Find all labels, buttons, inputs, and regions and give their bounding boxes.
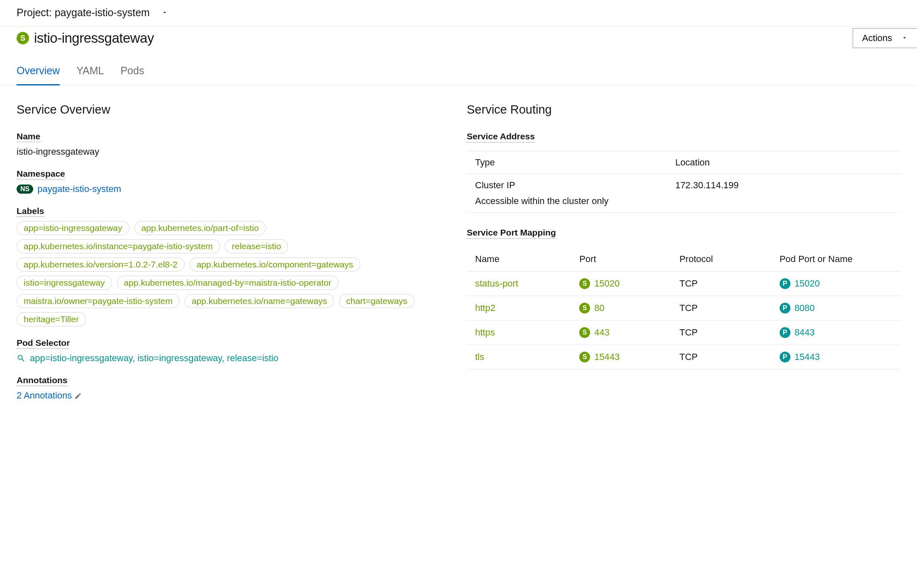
port-col-protocol: Protocol (679, 254, 779, 265)
port-col-name: Name (475, 254, 579, 265)
project-label: Project: paygate-istio-system (17, 7, 150, 19)
page-title: istio-ingressgateway (34, 30, 154, 46)
tab-overview[interactable]: Overview (17, 60, 60, 85)
port-name-link[interactable]: tls (475, 352, 579, 362)
label-chip[interactable]: chart=gateways (339, 294, 415, 308)
field-annotations: Annotations 2 Annotations (17, 375, 450, 401)
field-name: Name istio-ingressgateway (17, 131, 450, 157)
service-address-label: Service Address (467, 131, 535, 143)
annotations-link[interactable]: 2 Annotations (17, 390, 72, 401)
label-chip[interactable]: app.kubernetes.io/instance=paygate-istio… (17, 239, 220, 253)
address-note: Accessible within the cluster only (475, 196, 892, 207)
namespace-link[interactable]: paygate-istio-system (37, 184, 121, 194)
label-chip[interactable]: app.kubernetes.io/managed-by=maistra-ist… (117, 276, 339, 290)
label-chip[interactable]: istio=ingressgateway (17, 276, 112, 290)
port-row: status-portS15020TCPP15020 (467, 272, 900, 296)
label-chip[interactable]: app.kubernetes.io/version=1.0.2-7.el8-2 (17, 258, 185, 272)
label-chip[interactable]: heritage=Tiller (17, 312, 86, 326)
port-protocol: TCP (679, 278, 779, 289)
actions-label: Actions (862, 33, 892, 44)
service-address-section: Service Address Type Location Cluster IP… (467, 131, 900, 213)
service-port-icon: S (579, 303, 590, 313)
pod-port-value: P8080 (780, 303, 892, 313)
port-protocol: TCP (679, 303, 779, 313)
annotations-label: Annotations (17, 375, 67, 386)
pod-port-value: P15443 (780, 352, 892, 362)
routing-heading: Service Routing (467, 103, 900, 117)
port-row: http2S80TCPP8080 (467, 296, 900, 321)
service-badge-icon: S (17, 32, 29, 44)
label-chip[interactable]: app.kubernetes.io/part-of=istio (134, 221, 266, 235)
chevron-down-icon (161, 8, 168, 18)
field-namespace: Namespace NS paygate-istio-system (17, 169, 450, 194)
overview-section: Service Overview Name istio-ingressgatew… (17, 103, 450, 413)
pod-port-value: P15020 (780, 278, 892, 289)
pod-port-value: P8443 (780, 327, 892, 338)
search-icon (17, 354, 26, 363)
name-value: istio-ingressgateway (17, 146, 450, 157)
port-name-link[interactable]: status-port (475, 278, 579, 289)
label-chip[interactable]: app=istio-ingressgateway (17, 221, 129, 235)
pod-selector-label: Pod Selector (17, 338, 70, 349)
port-value: S80 (579, 303, 679, 313)
chevron-down-icon (901, 33, 908, 44)
port-value: S15020 (579, 278, 679, 289)
tab-pods[interactable]: Pods (120, 60, 144, 85)
name-label: Name (17, 131, 40, 142)
namespace-badge-icon: NS (17, 185, 33, 194)
port-row: tlsS15443TCPP15443 (467, 345, 900, 369)
address-location-value: 172.30.114.199 (675, 180, 892, 191)
actions-dropdown[interactable]: Actions (853, 28, 917, 48)
namespace-label: Namespace (17, 169, 65, 180)
label-chip[interactable]: release=istio (225, 239, 288, 253)
field-labels: Labels app=istio-ingressgatewayapp.kuber… (17, 206, 450, 326)
address-col-location: Location (675, 157, 892, 168)
service-port-icon: S (579, 327, 590, 338)
label-chip[interactable]: app.kubernetes.io/component=gateways (190, 258, 361, 272)
port-row: httpsS443TCPP8443 (467, 321, 900, 345)
pencil-icon[interactable] (74, 392, 82, 399)
pod-port-icon: P (780, 352, 790, 362)
service-port-icon: S (579, 352, 590, 362)
port-value: S443 (579, 327, 679, 338)
tabs: Overview YAML Pods (0, 60, 917, 85)
port-col-port: Port (579, 254, 679, 265)
port-mapping-section: Service Port Mapping Name Port Protocol … (467, 228, 900, 369)
address-type-value: Cluster IP (475, 180, 675, 191)
port-protocol: TCP (679, 352, 779, 362)
port-mapping-label: Service Port Mapping (467, 228, 556, 239)
tab-yaml[interactable]: YAML (76, 60, 104, 85)
overview-heading: Service Overview (17, 103, 450, 117)
address-col-type: Type (475, 157, 675, 168)
pod-selector-link[interactable]: app=istio-ingressgateway, istio=ingressg… (30, 353, 278, 364)
port-col-podport: Pod Port or Name (780, 254, 892, 265)
pod-port-icon: P (780, 327, 790, 338)
port-protocol: TCP (679, 327, 779, 338)
labels-label: Labels (17, 206, 44, 217)
port-name-link[interactable]: http2 (475, 303, 579, 313)
pod-port-icon: P (780, 278, 790, 289)
project-selector[interactable]: Project: paygate-istio-system (0, 0, 917, 27)
title-bar: S istio-ingressgateway Actions (0, 27, 917, 60)
label-chip[interactable]: maistra.io/owner=paygate-istio-system (17, 294, 180, 308)
label-chip[interactable]: app.kubernetes.io/name=gateways (185, 294, 334, 308)
pod-port-icon: P (780, 303, 790, 313)
field-pod-selector: Pod Selector app=istio-ingressgateway, i… (17, 338, 450, 364)
port-value: S15443 (579, 352, 679, 362)
port-name-link[interactable]: https (475, 327, 579, 338)
routing-section: Service Routing Service Address Type Loc… (467, 103, 900, 413)
service-port-icon: S (579, 278, 590, 289)
